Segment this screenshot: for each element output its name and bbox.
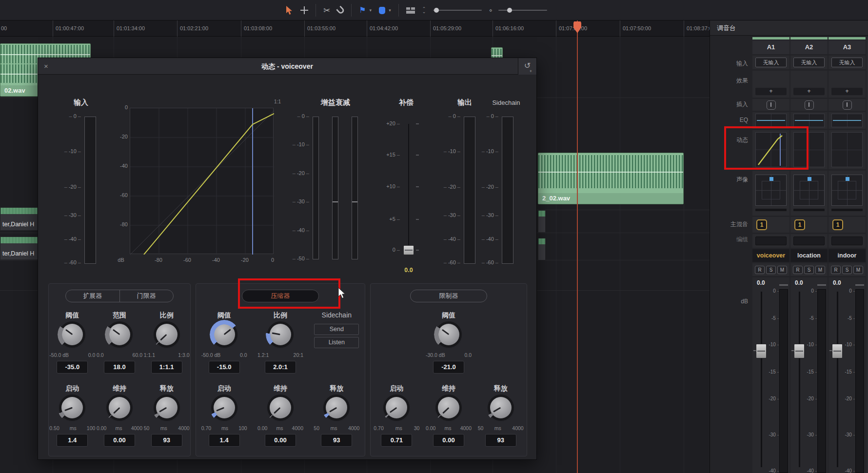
limiter-attack-knob[interactable]	[386, 397, 407, 418]
main-bus-badge[interactable]: 1	[832, 219, 843, 230]
compressor-tab[interactable]: 压缩器	[242, 290, 319, 302]
marker-icon[interactable]	[379, 7, 385, 14]
track-height-slider[interactable]	[433, 10, 482, 11]
input-select-button[interactable]: 无输入	[755, 58, 787, 67]
fader-track[interactable]	[799, 292, 800, 467]
audio-clip-stub[interactable]	[538, 210, 546, 233]
limiter-threshold-value[interactable]: -21.0	[433, 361, 464, 374]
track-name[interactable]: voiceover	[752, 249, 789, 262]
expander-release-knob[interactable]	[156, 397, 178, 418]
record-arm-button[interactable]: R	[793, 266, 803, 274]
expander-attack-value[interactable]: 1.4	[57, 434, 88, 447]
record-arm-button[interactable]: R	[755, 266, 765, 274]
main-bus-badge[interactable]: 1	[794, 219, 805, 230]
expander-range-knob[interactable]	[109, 324, 130, 345]
pan-cell[interactable]	[829, 171, 866, 216]
expander-release-value[interactable]: 93	[151, 434, 182, 447]
group-box[interactable]	[755, 236, 787, 245]
pan-cell[interactable]	[790, 171, 828, 216]
audio-clip[interactable]: ter,Daniel H	[0, 207, 39, 231]
mute-button[interactable]: M	[815, 266, 825, 274]
sidechain-send-button[interactable]: Send	[314, 324, 359, 335]
pointer-tool-icon[interactable]	[286, 6, 293, 15]
limiter-release-value[interactable]: 93	[485, 434, 516, 447]
compressor-attack-value[interactable]: 1.4	[209, 434, 240, 447]
input-select-button[interactable]: 无输入	[831, 58, 863, 67]
compressor-threshold-value[interactable]: -15.0	[209, 361, 240, 374]
limiter-tab[interactable]: 限制器	[410, 290, 487, 302]
expander-ratio-value[interactable]: 1:1.1	[151, 361, 182, 374]
timeline-view-options-icon[interactable]	[406, 7, 415, 14]
insert-button[interactable]	[843, 100, 852, 110]
fader-track[interactable]	[837, 292, 838, 467]
makeup-slider-handle[interactable]	[403, 245, 414, 255]
eq-cell[interactable]	[755, 114, 787, 127]
add-effect-button[interactable]: +	[831, 88, 863, 95]
dynamics-cell[interactable]	[831, 132, 863, 167]
compressor-attack-knob[interactable]	[214, 397, 235, 418]
fader-handle[interactable]	[832, 344, 843, 358]
add-effect-button[interactable]: +	[793, 88, 825, 95]
dynamics-cell[interactable]	[755, 132, 787, 167]
expander-tab[interactable]: 扩展器	[66, 290, 119, 302]
group-box[interactable]	[793, 236, 825, 245]
pan-handle[interactable]	[808, 177, 811, 181]
marker-dropdown-chevron-icon[interactable]: ▾	[389, 8, 391, 13]
expander-hold-knob[interactable]	[109, 397, 130, 418]
pan-handle[interactable]	[846, 177, 849, 181]
insert-button[interactable]	[767, 100, 776, 110]
pan-handle[interactable]	[769, 177, 773, 181]
eq-cell[interactable]	[831, 114, 863, 127]
makeup-slider-track[interactable]	[408, 124, 409, 252]
compressor-ratio-value[interactable]: 2.0:1	[265, 361, 296, 374]
reset-icon[interactable]: ↺+	[518, 58, 536, 75]
flag-dropdown-chevron-icon[interactable]: ▾	[370, 8, 372, 13]
limiter-attack-value[interactable]: 0.71	[381, 434, 412, 447]
solo-button[interactable]: S	[766, 266, 776, 274]
input-select-button[interactable]: 无输入	[793, 58, 825, 67]
sidechain-listen-button[interactable]: Listen	[314, 337, 359, 348]
gate-tab[interactable]: 门限器	[119, 290, 174, 302]
track-name[interactable]: indoor	[829, 249, 866, 262]
compressor-hold-knob[interactable]	[270, 397, 291, 418]
audio-clip-stub[interactable]	[538, 238, 546, 260]
audio-clip[interactable]: 2_02.wav	[538, 153, 684, 204]
compressor-hold-value[interactable]: 0.00	[265, 434, 296, 447]
compressor-threshold-knob[interactable]	[214, 324, 235, 345]
expander-hold-value[interactable]: 0.00	[104, 434, 135, 447]
expander-threshold-knob[interactable]	[61, 324, 83, 345]
pan-cell[interactable]	[752, 171, 789, 216]
compressor-ratio-knob[interactable]	[270, 324, 291, 345]
add-effect-button[interactable]: +	[755, 88, 787, 95]
limiter-release-knob[interactable]	[490, 397, 512, 418]
trim-edit-tool-icon[interactable]	[300, 6, 308, 14]
record-arm-button[interactable]: R	[831, 266, 841, 274]
expander-attack-knob[interactable]	[61, 397, 83, 418]
limiter-threshold-knob[interactable]	[438, 324, 459, 345]
fader-handle[interactable]	[756, 344, 767, 358]
mute-button[interactable]: M	[853, 266, 863, 274]
fader-track[interactable]	[761, 292, 762, 467]
compressor-release-knob[interactable]	[326, 397, 347, 418]
solo-button[interactable]: S	[804, 266, 814, 274]
mute-button[interactable]: M	[777, 266, 787, 274]
playhead-line[interactable]	[577, 20, 578, 473]
insert-button[interactable]	[805, 100, 814, 110]
timeline-zoom-slider[interactable]	[498, 10, 547, 11]
flag-icon[interactable]: ⚑	[359, 6, 366, 14]
snapping-magnet-icon[interactable]	[337, 7, 344, 14]
dialog-titlebar[interactable]: × 动态 - voiceover ↺+	[38, 58, 536, 75]
dynamics-transfer-graph[interactable]	[130, 108, 274, 254]
track-name[interactable]: location	[790, 249, 828, 262]
expander-range-value[interactable]: 18.0	[104, 361, 135, 374]
group-box[interactable]	[831, 236, 863, 245]
track-height-icon[interactable]: ⌃⌄	[422, 7, 426, 13]
audio-clip[interactable]: ter,Daniel H	[0, 236, 39, 260]
limiter-hold-value[interactable]: 0.00	[433, 434, 464, 447]
dynamics-cell[interactable]	[793, 132, 825, 167]
limiter-hold-knob[interactable]	[438, 397, 459, 418]
expander-ratio-knob[interactable]	[156, 324, 178, 345]
razor-tool-icon[interactable]: ✂	[323, 6, 330, 15]
eq-cell[interactable]	[793, 114, 825, 127]
main-bus-badge[interactable]: 1	[756, 219, 767, 230]
